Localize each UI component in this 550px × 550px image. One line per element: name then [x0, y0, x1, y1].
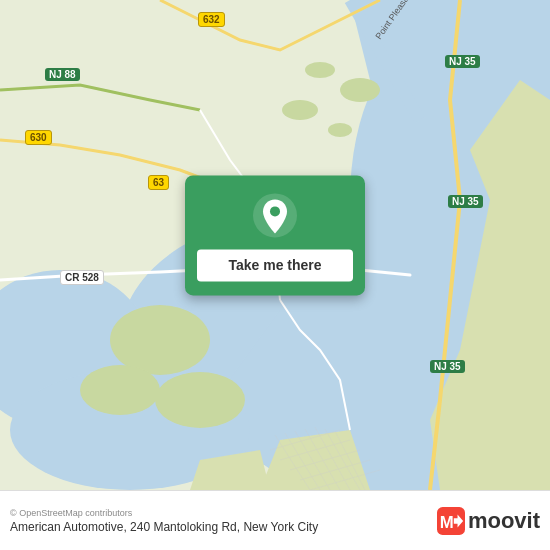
location-pin-icon: [251, 191, 299, 239]
nj35-mid-label: NJ 35: [448, 195, 483, 208]
nj35-bot-label: NJ 35: [430, 360, 465, 373]
bottom-info: © OpenStreetMap contributors American Au…: [10, 508, 318, 534]
svg-point-7: [110, 305, 210, 375]
nj630-label: 630: [25, 130, 52, 145]
take-me-there-button[interactable]: Take me there: [197, 249, 353, 281]
nj632-label: 632: [198, 12, 225, 27]
cr528-left-label: CR 528: [60, 270, 104, 285]
moovit-brand-text: moovit: [468, 508, 540, 534]
map-container: Point Pleasant Canal NJ 88 632 630 63 CR…: [0, 0, 550, 490]
svg-point-11: [305, 62, 335, 78]
svg-point-13: [328, 123, 352, 137]
nj88-label: NJ 88: [45, 68, 80, 81]
moovit-logo: M moovit: [437, 507, 540, 535]
svg-point-8: [80, 365, 160, 415]
moovit-brand-icon: M: [437, 507, 465, 535]
location-card[interactable]: Take me there: [185, 175, 365, 295]
svg-text:M: M: [440, 512, 454, 531]
svg-point-12: [282, 100, 318, 120]
location-name: American Automotive, 240 Mantoloking Rd,…: [10, 520, 318, 534]
svg-point-9: [155, 372, 245, 428]
bottom-bar: © OpenStreetMap contributors American Au…: [0, 490, 550, 550]
svg-point-31: [270, 206, 280, 216]
nj63-label: 63: [148, 175, 169, 190]
svg-point-10: [340, 78, 380, 102]
copyright-text: © OpenStreetMap contributors: [10, 508, 318, 518]
nj35-top-label: NJ 35: [445, 55, 480, 68]
